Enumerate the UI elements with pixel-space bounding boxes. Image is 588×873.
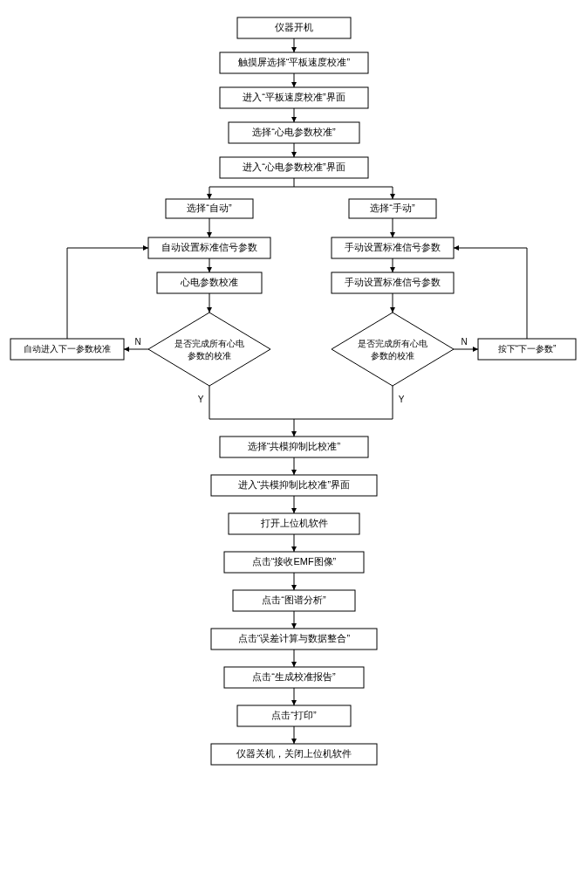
edge-no-right: N: [461, 337, 467, 347]
node-start: 仪器开机: [275, 22, 313, 32]
node-auto-next: 自动进入下一参数校准: [24, 344, 111, 354]
decision-right-line1: 是否完成所有心电: [358, 339, 427, 348]
node-manual-set1: 手动设置标准信号参数: [345, 242, 441, 252]
node-enter-cmrr: 进入“共模抑制比校准”界面: [238, 479, 350, 490]
node-select-cmrr: 选择“共模抑制比校准”: [248, 441, 341, 451]
node-receive-emf: 点击“接收EMF图像”: [252, 556, 337, 567]
edge-yes-right: Y: [399, 395, 405, 404]
node-enter-ecg: 进入“心电参数校准”界面: [243, 162, 345, 172]
node-shutdown: 仪器关机，关闭上位机软件: [236, 748, 352, 759]
node-gen-report: 点击“生成校准报告”: [252, 671, 336, 682]
node-select-speed: 触摸屏选择“平板速度校准”: [238, 57, 351, 67]
node-select-auto: 选择“自动”: [187, 203, 232, 213]
node-manual-set2: 手动设置标准信号参数: [345, 277, 441, 287]
edge-yes-left: Y: [198, 395, 204, 404]
node-press-next: 按下“下一参数”: [498, 344, 557, 354]
decision-left-line1: 是否完成所有心电: [174, 339, 244, 348]
node-select-manual: 选择“手动”: [370, 203, 415, 213]
node-open-host: 打开上位机软件: [260, 518, 328, 528]
svg-marker-19: [148, 313, 270, 386]
node-ecg-calib: 心电参数校准: [180, 277, 238, 287]
decision-left-line2: 参数的校准: [188, 351, 231, 361]
node-error-calc: 点击“误差计算与数据整合”: [238, 633, 351, 643]
edge-no-left: N: [134, 337, 140, 347]
decision-right-line2: 参数的校准: [371, 351, 414, 361]
node-auto-set: 自动设置标准信号参数: [161, 242, 257, 252]
node-print: 点击“打印”: [271, 710, 317, 720]
svg-marker-29: [332, 313, 454, 386]
node-spectrum: 点击“图谱分析”: [262, 595, 326, 605]
node-select-ecg: 选择“心电参数校准”: [252, 127, 336, 137]
node-enter-speed: 进入“平板速度校准”界面: [243, 92, 345, 102]
flowchart: 仪器开机 触摸屏选择“平板速度校准” 进入“平板速度校准”界面 选择“心电参数校…: [9, 9, 579, 864]
